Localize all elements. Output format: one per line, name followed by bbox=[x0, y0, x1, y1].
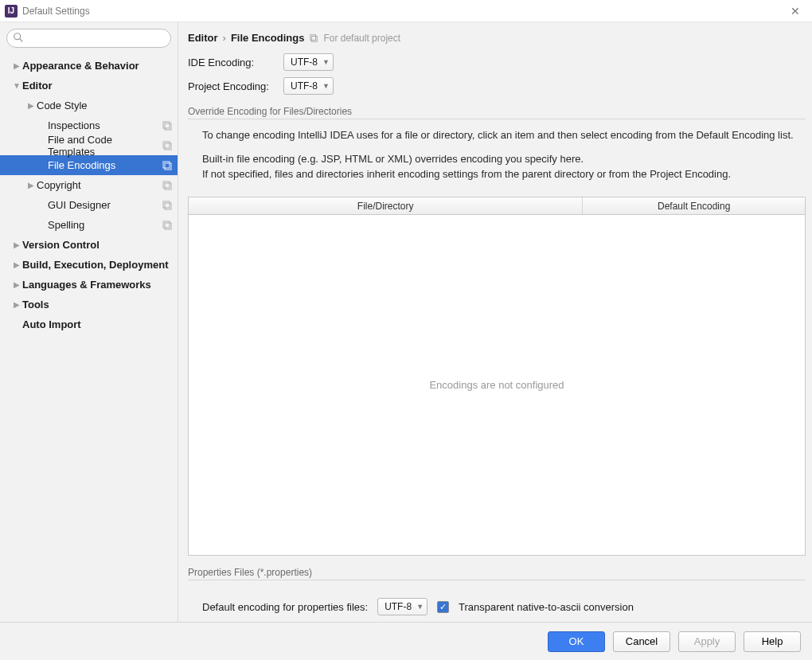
search-input[interactable] bbox=[6, 29, 171, 48]
project-scope-icon bbox=[162, 180, 173, 191]
cancel-button[interactable]: Cancel bbox=[613, 631, 670, 652]
chevron-right-icon: ▶ bbox=[25, 101, 37, 110]
project-encoding-combo[interactable]: UTF-8 ▼ bbox=[283, 77, 334, 95]
search-icon bbox=[13, 32, 24, 43]
properties-encoding-value: UTF-8 bbox=[385, 601, 412, 612]
window-title: Default Settings bbox=[22, 6, 783, 17]
settings-tree: ▶Appearance & Behavior ▼Editor ▶Code Sty… bbox=[0, 54, 178, 622]
svg-rect-3 bbox=[165, 123, 171, 130]
svg-rect-8 bbox=[163, 182, 170, 188]
svg-rect-9 bbox=[165, 183, 171, 189]
search-field[interactable] bbox=[6, 29, 171, 48]
project-scope-icon bbox=[162, 220, 173, 231]
chevron-down-icon: ▼ bbox=[322, 82, 330, 90]
project-scope-icon bbox=[162, 120, 173, 131]
tree-item-languages[interactable]: ▶Languages & Frameworks bbox=[0, 275, 178, 295]
chevron-right-icon: ▶ bbox=[11, 61, 22, 70]
project-encoding-label: Project Encoding: bbox=[188, 80, 283, 92]
svg-rect-15 bbox=[312, 36, 318, 41]
chevron-right-icon: ▶ bbox=[11, 280, 22, 289]
override-p2a: Built-in file encoding (e.g. JSP, HTML o… bbox=[202, 153, 584, 165]
chevron-right-icon: ▶ bbox=[11, 240, 22, 249]
svg-rect-7 bbox=[165, 163, 171, 170]
chevron-down-icon: ▼ bbox=[11, 81, 22, 90]
project-scope-icon bbox=[162, 160, 173, 171]
svg-rect-5 bbox=[165, 143, 171, 150]
project-scope-icon bbox=[162, 140, 173, 151]
project-scope-icon bbox=[162, 200, 173, 211]
col-file-directory[interactable]: File/Directory bbox=[189, 197, 583, 214]
tree-item-inspections[interactable]: ▶Inspections bbox=[0, 115, 178, 135]
ide-encoding-value: UTF-8 bbox=[291, 57, 318, 68]
ide-encoding-label: IDE Encoding: bbox=[188, 57, 283, 68]
svg-rect-2 bbox=[163, 122, 170, 128]
breadcrumb-root: Editor bbox=[188, 32, 218, 44]
tree-item-copyright[interactable]: ▶Copyright bbox=[0, 175, 178, 195]
dialog-footer: OK Cancel Apply Help bbox=[0, 622, 812, 660]
properties-row: Default encoding for properties files: U… bbox=[188, 598, 806, 615]
ok-button[interactable]: OK bbox=[548, 631, 605, 652]
encoding-table-body: Encodings are not configured bbox=[189, 215, 805, 556]
tree-item-file-encodings[interactable]: ▶File Encodings bbox=[0, 155, 178, 175]
project-encoding-row: Project Encoding: UTF-8 ▼ bbox=[188, 77, 806, 95]
properties-default-label: Default encoding for properties files: bbox=[202, 601, 368, 613]
help-button[interactable]: Help bbox=[744, 631, 801, 652]
project-scope-icon bbox=[309, 33, 318, 43]
ide-encoding-row: IDE Encoding: UTF-8 ▼ bbox=[188, 53, 806, 71]
tree-item-tools[interactable]: ▶Tools bbox=[0, 295, 178, 314]
tree-item-version-control[interactable]: ▶Version Control bbox=[0, 235, 178, 255]
chevron-right-icon: ▶ bbox=[25, 181, 37, 189]
svg-rect-10 bbox=[163, 201, 170, 208]
col-default-encoding[interactable]: Default Encoding bbox=[583, 197, 805, 214]
svg-rect-13 bbox=[165, 223, 171, 229]
properties-group-title: Properties Files (*.properties) bbox=[188, 567, 806, 580]
breadcrumb-subtitle: For default project bbox=[323, 33, 400, 44]
encoding-table-empty: Encodings are not configured bbox=[429, 379, 564, 391]
tree-item-file-templates[interactable]: ▶File and Code Templates bbox=[0, 135, 178, 155]
override-p1: To change encoding IntelliJ IDEA uses fo… bbox=[202, 127, 806, 143]
breadcrumb: Editor › File Encodings For default proj… bbox=[188, 32, 806, 44]
encoding-table-header: File/Directory Default Encoding bbox=[189, 197, 805, 215]
svg-point-0 bbox=[14, 33, 21, 40]
chevron-down-icon: ▼ bbox=[322, 58, 330, 66]
tree-item-spelling[interactable]: ▶Spelling bbox=[0, 215, 178, 235]
encoding-table[interactable]: File/Directory Default Encoding Encoding… bbox=[188, 197, 806, 557]
transparent-label: Transparent native-to-ascii conversion bbox=[459, 601, 634, 613]
tree-item-code-style[interactable]: ▶Code Style bbox=[0, 96, 178, 115]
svg-rect-12 bbox=[163, 221, 170, 228]
svg-rect-6 bbox=[163, 162, 170, 168]
svg-line-1 bbox=[20, 39, 23, 42]
tree-item-gui-designer[interactable]: ▶GUI Designer bbox=[0, 195, 178, 215]
override-group-title: Override Encoding for Files/Directories bbox=[188, 106, 806, 119]
svg-rect-4 bbox=[163, 142, 170, 148]
project-encoding-value: UTF-8 bbox=[291, 80, 318, 92]
override-p2b: If not specified, files and directories … bbox=[202, 168, 731, 180]
tree-item-editor[interactable]: ▼Editor bbox=[0, 76, 178, 96]
breadcrumb-leaf: File Encodings bbox=[231, 32, 304, 44]
transparent-checkbox[interactable]: ✓ bbox=[437, 601, 449, 613]
chevron-right-icon: ▶ bbox=[11, 260, 22, 269]
chevron-down-icon: ▼ bbox=[416, 603, 424, 611]
app-icon: IJ bbox=[5, 5, 18, 18]
svg-rect-11 bbox=[165, 203, 171, 209]
apply-button: Apply bbox=[678, 631, 736, 652]
sidebar: ▶Appearance & Behavior ▼Editor ▶Code Sty… bbox=[0, 22, 178, 622]
svg-rect-14 bbox=[310, 34, 316, 40]
breadcrumb-separator: › bbox=[223, 32, 226, 44]
tree-item-appearance[interactable]: ▶Appearance & Behavior bbox=[0, 56, 178, 76]
properties-encoding-combo[interactable]: UTF-8 ▼ bbox=[377, 598, 427, 615]
content-panel: Editor › File Encodings For default proj… bbox=[178, 22, 812, 622]
tree-item-build[interactable]: ▶Build, Execution, Deployment bbox=[0, 255, 178, 275]
close-icon[interactable]: ✕ bbox=[783, 5, 807, 18]
ide-encoding-combo[interactable]: UTF-8 ▼ bbox=[283, 53, 334, 71]
tree-item-auto-import[interactable]: ▶Auto Import bbox=[0, 314, 178, 334]
override-description: To change encoding IntelliJ IDEA uses fo… bbox=[188, 127, 806, 190]
titlebar: IJ Default Settings ✕ bbox=[0, 0, 812, 22]
chevron-right-icon: ▶ bbox=[11, 300, 22, 309]
